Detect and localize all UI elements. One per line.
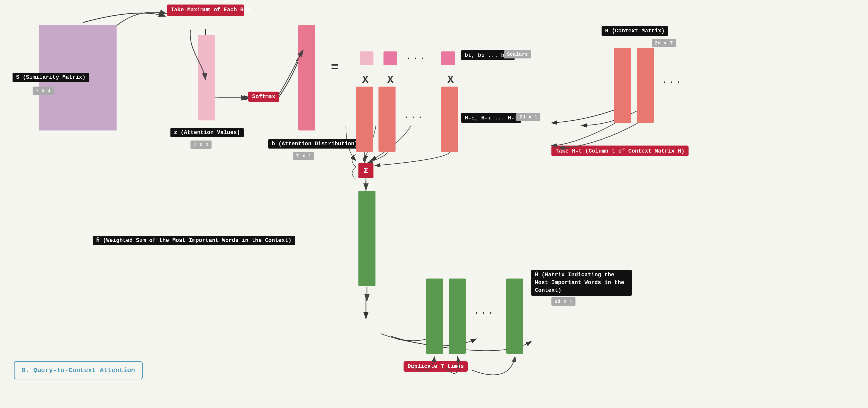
times-3: X bbox=[447, 74, 454, 86]
scalars-dots: ... bbox=[406, 52, 427, 62]
softmax-label: Softmax bbox=[248, 92, 279, 102]
z-vector bbox=[198, 35, 215, 120]
h-col-t bbox=[441, 87, 458, 152]
h-hat-matrix-col-1 bbox=[426, 279, 443, 354]
scalar-b1 bbox=[360, 52, 373, 65]
h-matrix-dots: ... bbox=[662, 75, 683, 86]
h-hat-label: ĥ (Weighted Sum of the Most Important Wo… bbox=[93, 236, 295, 245]
h-hat-vector bbox=[359, 191, 375, 286]
b-label: b (Attention Distribution) bbox=[268, 139, 361, 149]
scalars-badge: Scalars bbox=[504, 50, 531, 58]
b-dim-label: T x 1 bbox=[293, 152, 314, 160]
z-dim-label: T x 1 bbox=[190, 141, 212, 149]
scalar-bt bbox=[441, 52, 455, 65]
s-dim-label: T x J bbox=[33, 87, 54, 95]
h-col-2 bbox=[378, 87, 396, 152]
h-hat-matrix-dots: ... bbox=[474, 306, 495, 316]
h-hat-matrix-col-2 bbox=[449, 279, 466, 354]
h-context-label: H (Context Matrix) bbox=[601, 26, 668, 36]
h-hat-matrix-col-t bbox=[506, 279, 523, 354]
z-label: z (Attention Values) bbox=[170, 128, 244, 137]
h-cols-dim: 2d x 1 bbox=[516, 113, 540, 121]
h-col-1 bbox=[356, 87, 373, 152]
b-vector bbox=[298, 25, 315, 130]
times-2: X bbox=[387, 74, 394, 86]
h-matrix-col-2 bbox=[637, 48, 654, 123]
s-matrix-label: S (Similarity Matrix) bbox=[12, 73, 89, 82]
diagram-container: S (Similarity Matrix) T x J Take Maximum… bbox=[0, 0, 868, 408]
sigma-box: Σ bbox=[359, 163, 373, 178]
take-h-col-label: Take H₋t (Column t of Context Matrix H) bbox=[552, 146, 688, 156]
h-cols-dots: ... bbox=[404, 110, 424, 121]
h-cols-label: H₋₁, H₋₂ ... H₋T bbox=[461, 113, 521, 123]
h-matrix-col-1 bbox=[614, 48, 631, 123]
take-max-label: Take Maximum of Each Row bbox=[167, 4, 244, 16]
h-hat-matrix-label: Ĥ (Matrix Indicating the Most Important … bbox=[531, 270, 632, 296]
section-label: 8. Query-to-Context Attention bbox=[14, 361, 143, 379]
h-hat-dim-label: 2d x T bbox=[552, 297, 576, 305]
scalar-b2 bbox=[383, 52, 397, 65]
h-context-dim: 2d x T bbox=[652, 39, 676, 47]
equals-sign: = bbox=[331, 60, 339, 75]
duplicate-label: Duplicate T times bbox=[404, 361, 468, 372]
times-1: X bbox=[362, 74, 368, 86]
